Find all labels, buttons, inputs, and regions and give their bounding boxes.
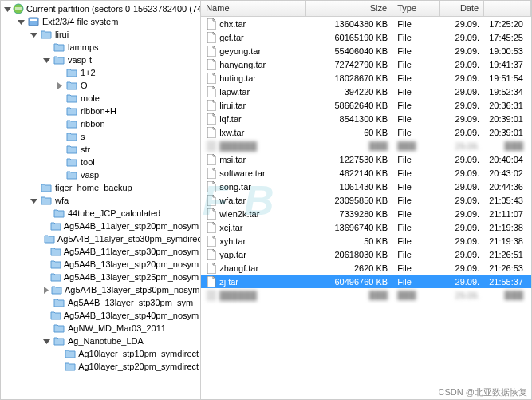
tree-node[interactable]: Ag5A4B_13layer_stp30pm_sym xyxy=(1,296,200,309)
folder-icon xyxy=(40,194,53,207)
file-size: 1061430 KB xyxy=(306,182,392,192)
file-row[interactable]: yap.tar20618030 KBFile29.09.21:26:51 xyxy=(201,248,531,261)
file-row[interactable]: xcj.tar13696740 KBFile29.09.21:19:38 xyxy=(201,220,531,234)
expand-icon[interactable] xyxy=(42,286,49,295)
tree-node[interactable]: Ag5A4B_11layer_stp30pm_nosym xyxy=(1,245,200,258)
tree-node[interactable]: Ag10layer_stp20pm_symdirect xyxy=(1,360,200,373)
file-time: 21:05:43 xyxy=(484,196,531,205)
file-icon xyxy=(206,263,217,274)
file-row[interactable]: msi.tar1227530 KBFile29.09.20:40:04 xyxy=(201,152,531,166)
file-type: ███ xyxy=(392,141,440,151)
file-row[interactable]: wien2k.tar7339280 KBFile29.09.21:11:07 xyxy=(201,207,531,220)
credit-text: CSDN @北亚数据恢复 xyxy=(439,386,527,398)
tree-panel[interactable]: Current partition (sectors 0-15623782400… xyxy=(1,1,201,399)
tree-node[interactable]: ribbon+H xyxy=(1,105,200,117)
col-type[interactable]: Type xyxy=(392,1,440,16)
file-icon xyxy=(206,236,217,247)
tree-label: Ag5A4B_11alyer_stp30pm_symdirect xyxy=(57,234,201,244)
tree-node[interactable]: Ag_Nanotube_LDA xyxy=(1,335,200,347)
tree-node[interactable]: Ag5A4B_13layer_stp40pm_nosym xyxy=(1,309,200,322)
file-row[interactable]: song.tar1061430 KBFile29.09.20:44:36 xyxy=(201,180,531,193)
file-row[interactable]: lirui.tar58662640 KBFile29.09.20:36:31 xyxy=(201,98,531,112)
tree-label: Current partition (sectors 0-15623782400… xyxy=(26,4,201,14)
folder-icon xyxy=(44,232,55,245)
expand-icon[interactable] xyxy=(42,56,51,65)
tree-node[interactable]: Ag10layer_stp10pm_symdirect xyxy=(1,347,200,360)
file-time: 17:45:25 xyxy=(484,33,531,42)
main-container: Current partition (sectors 0-15623782400… xyxy=(0,0,532,400)
file-type: File xyxy=(392,263,440,273)
expand-icon[interactable] xyxy=(17,18,26,26)
tree-node[interactable]: Ag5A4B_11alyer_stp20pm_nosym xyxy=(1,220,200,232)
tree-node[interactable]: AgNW_MD_Mar03_2011 xyxy=(1,322,200,335)
expand-icon[interactable] xyxy=(4,5,11,14)
file-row[interactable]: ████████████29.09.███ xyxy=(201,288,531,302)
col-date[interactable]: Date xyxy=(440,1,484,16)
tree-node[interactable]: 44tube_JCP_calculated xyxy=(1,207,200,220)
file-row[interactable]: lqf.tar8541300 KBFile29.09.20:39:01 xyxy=(201,112,531,125)
tree-node[interactable]: Ext2/3/4 file system xyxy=(1,15,200,28)
folder-icon xyxy=(65,117,78,130)
tree-node[interactable]: Current partition (sectors 0-15623782400… xyxy=(1,2,200,15)
tree-node[interactable]: vasp xyxy=(1,168,200,181)
tree-node[interactable]: lammps xyxy=(1,41,200,53)
tree-node[interactable]: Ag5A4B_13layer_stp30pm_nosym xyxy=(1,283,200,296)
file-row[interactable]: xyh.tar50 KBFile29.09.21:19:38 xyxy=(201,234,531,248)
file-time: 20:39:01 xyxy=(484,114,531,124)
file-row[interactable]: zj.tar60496760 KBFile29.09.21:55:37 xyxy=(201,275,531,288)
tree-node[interactable]: tool xyxy=(1,156,200,168)
file-icon xyxy=(206,73,217,84)
tree-label: 1+2 xyxy=(81,68,96,77)
tree-node[interactable]: ribbon xyxy=(1,117,200,130)
col-name[interactable]: Name xyxy=(201,1,306,16)
tree-node[interactable]: O xyxy=(1,79,200,92)
tree-label: s xyxy=(81,132,85,141)
file-list[interactable]: chx.tar13604380 KBFile29.09.17:25:20gcf.… xyxy=(201,17,531,399)
tree-label: AgNW_MD_Mar03_2011 xyxy=(68,323,166,333)
expand-icon[interactable] xyxy=(42,337,51,346)
file-row[interactable]: huting.tar18028670 KBFile29.09.19:51:54 xyxy=(201,71,531,85)
file-name: ██████ xyxy=(219,291,257,300)
folder-icon xyxy=(65,168,78,181)
file-row[interactable]: wfa.tar23095850 KBFile29.09.21:05:43 xyxy=(201,193,531,207)
tree-node[interactable]: Ag5A4B_13layer_stp25pm_nosym xyxy=(1,271,200,283)
file-type: File xyxy=(392,128,440,137)
folder-icon xyxy=(50,258,61,271)
tree-node[interactable]: Ag5A4B_11alyer_stp30pm_symdirect xyxy=(1,232,200,245)
tree-node[interactable]: lirui xyxy=(1,28,200,41)
tree-label: Ag5A4B_13layer_stp25pm_nosym xyxy=(64,272,199,282)
expand-icon[interactable] xyxy=(30,30,38,39)
tree-label: Ag5A4B_13layer_stp30pm_nosym xyxy=(65,285,199,295)
folder-icon xyxy=(65,79,78,92)
file-row[interactable]: ████████████29.09.███ xyxy=(201,139,531,152)
tree-node[interactable]: wfa xyxy=(1,194,200,207)
file-row[interactable]: lxw.tar60 KBFile29.09.20:39:01 xyxy=(201,125,531,139)
expand-icon[interactable] xyxy=(55,81,64,90)
tree-node[interactable]: vasp-t xyxy=(1,53,200,66)
tree-node[interactable]: tiger_home_backup xyxy=(1,181,200,194)
file-row[interactable]: hanyang.tar72742790 KBFile29.09.19:41:37 xyxy=(201,57,531,71)
col-size[interactable]: Size xyxy=(306,1,392,16)
tree-node[interactable]: s xyxy=(1,130,200,143)
file-size: 7339280 KB xyxy=(306,209,392,219)
file-row[interactable]: gcf.tar60165190 KBFile29.09.17:45:25 xyxy=(201,30,531,44)
file-time: 19:52:34 xyxy=(484,87,531,97)
tree-label: Ag_Nanotube_LDA xyxy=(68,336,144,346)
tree-node[interactable]: 1+2 xyxy=(1,66,200,79)
file-date: 29.09. xyxy=(440,196,484,205)
tree-node[interactable]: mole xyxy=(1,92,200,105)
file-icon xyxy=(206,100,217,111)
file-row[interactable]: zhangf.tar2620 KBFile29.09.21:26:53 xyxy=(201,261,531,275)
tree-node[interactable]: Ag5A4B_13layer_stp20pm_nosym xyxy=(1,258,200,271)
file-icon xyxy=(206,249,217,260)
expand-icon[interactable] xyxy=(30,196,38,205)
file-row[interactable]: chx.tar13604380 KBFile29.09.17:25:20 xyxy=(201,17,531,30)
col-time[interactable] xyxy=(484,1,531,16)
folder-icon xyxy=(65,347,76,360)
file-header[interactable]: Name Size Type Date xyxy=(201,1,531,17)
file-row[interactable]: lapw.tar394220 KBFile29.09.19:52:34 xyxy=(201,85,531,98)
file-date: 29.09. xyxy=(440,46,484,56)
file-row[interactable]: geyong.tar55406040 KBFile29.09.19:00:53 xyxy=(201,44,531,57)
tree-node[interactable]: str xyxy=(1,143,200,156)
file-row[interactable]: software.tar4622140 KBFile29.09.20:43:02 xyxy=(201,166,531,180)
